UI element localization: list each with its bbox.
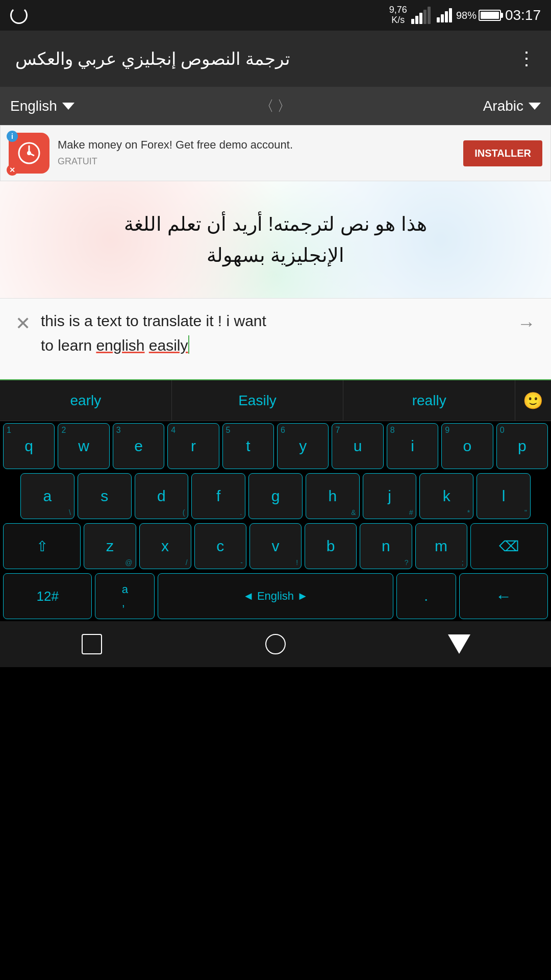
key-n[interactable]: n? <box>360 523 412 569</box>
key-f[interactable]: f. <box>191 473 245 519</box>
keyboard-row-4: 12# a, ◄ English ► . ← <box>0 571 551 621</box>
network-speed: 9,76 K/s <box>389 5 407 26</box>
status-bar-left <box>10 0 28 31</box>
sync-icon <box>10 7 28 24</box>
key-r[interactable]: 4r <box>167 423 219 469</box>
target-language-label: Arabic <box>483 98 523 114</box>
nav-back-button[interactable] <box>444 629 474 659</box>
key-e[interactable]: 3e <box>113 423 164 469</box>
key-c[interactable]: c- <box>194 523 246 569</box>
keyboard: early Easily really 🙂 1q 2w 3e 4r 5t 6y … <box>0 380 551 621</box>
clear-input-button[interactable]: ✕ <box>15 309 31 334</box>
key-b[interactable]: b <box>305 523 357 569</box>
key-o[interactable]: 9o <box>441 423 493 469</box>
suggestion-early[interactable]: early <box>0 380 172 421</box>
numbers-key[interactable]: 12# <box>3 573 92 619</box>
key-z[interactable]: z@ <box>84 523 136 569</box>
key-p[interactable]: 0p <box>496 423 548 469</box>
target-lang-dropdown-icon <box>529 103 541 110</box>
key-u[interactable]: 7u <box>332 423 383 469</box>
key-w[interactable]: 2w <box>58 423 109 469</box>
ad-text: Make money on Forex! Get free demo accou… <box>58 137 455 169</box>
keyboard-row-3: ⇧ z@ x/ c- v! b n? m; ⌫ <box>0 521 551 571</box>
more-menu-icon[interactable]: ⋮ <box>517 48 536 69</box>
source-lang-dropdown-icon <box>62 103 74 110</box>
delete-key[interactable]: ⌫ <box>470 523 548 569</box>
svg-point-1 <box>27 151 31 155</box>
source-language-selector[interactable]: English <box>0 87 249 125</box>
key-t[interactable]: 5t <box>222 423 274 469</box>
comma-key[interactable]: a, <box>95 573 155 619</box>
ad-banner: i ✕ Make money on Forex! Get free demo a… <box>0 125 551 181</box>
status-right: 9,76 K/s 98% 03:17 <box>389 5 541 26</box>
recent-apps-icon <box>82 634 102 654</box>
suggestion-really[interactable]: really <box>343 380 515 421</box>
navigation-bar <box>0 621 551 667</box>
input-text-space <box>144 337 148 354</box>
key-s[interactable]: s <box>78 473 132 519</box>
home-icon <box>265 634 286 654</box>
ad-install-button[interactable]: INSTALLER <box>463 140 542 166</box>
right-chevron-icon: 〉 <box>277 96 291 116</box>
input-text-line2: to learn <box>41 337 96 354</box>
signal-icon <box>411 7 431 24</box>
input-text-word2: easily <box>149 337 188 354</box>
app-title: ترجمة النصوص إنجليزي عربي والعكس <box>15 48 290 69</box>
ad-icon-container: i ✕ <box>9 133 49 174</box>
translated-text: هذا هو نص لترجمته! أريد أن تعلم اللغة ال… <box>124 209 427 271</box>
key-y[interactable]: 6y <box>277 423 329 469</box>
nav-home-button[interactable] <box>260 629 291 659</box>
space-key[interactable]: ◄ English ► <box>158 573 393 619</box>
input-area: ✕ this is a text to translate it ! i wan… <box>0 299 551 380</box>
input-text-line1: this is a text to translate it ! i want <box>41 312 266 329</box>
source-language-label: English <box>10 98 57 114</box>
status-time: 03:17 <box>505 7 541 23</box>
suggestion-easily[interactable]: Easily <box>172 380 344 421</box>
key-v[interactable]: v! <box>249 523 302 569</box>
key-h[interactable]: h& <box>306 473 360 519</box>
input-text-word1: english <box>96 337 144 354</box>
enter-key[interactable]: ← <box>459 573 548 619</box>
ad-close-icon[interactable]: ✕ <box>7 164 18 176</box>
period-key[interactable]: . <box>396 573 456 619</box>
key-a[interactable]: a\ <box>20 473 74 519</box>
app-bar: ترجمة النصوص إنجليزي عربي والعكس ⋮ <box>0 31 551 87</box>
suggestions-bar: early Easily really 🙂 <box>0 380 551 421</box>
emoji-button[interactable]: 🙂 <box>515 383 551 419</box>
keyboard-row-2: a\ s d( f. g h& j# k* l" <box>0 471 551 521</box>
ad-info-icon[interactable]: i <box>7 131 18 142</box>
key-l[interactable]: l" <box>477 473 531 519</box>
cursor <box>188 335 189 354</box>
signal-icon-2 <box>437 8 452 22</box>
key-i[interactable]: 8i <box>387 423 438 469</box>
key-m[interactable]: m; <box>415 523 467 569</box>
shift-key[interactable]: ⇧ <box>3 523 81 569</box>
key-d[interactable]: d( <box>135 473 189 519</box>
key-j[interactable]: j# <box>363 473 417 519</box>
key-q[interactable]: 1q <box>3 423 55 469</box>
key-k[interactable]: k* <box>419 473 473 519</box>
status-bar: 9,76 K/s 98% 03:17 <box>0 0 551 31</box>
target-language-selector[interactable]: Arabic <box>302 87 551 125</box>
key-g[interactable]: g <box>248 473 303 519</box>
translate-button[interactable]: → <box>517 309 536 334</box>
key-x[interactable]: x/ <box>139 523 191 569</box>
language-swap[interactable]: 〈 〉 <box>249 96 302 116</box>
language-bar: English 〈 〉 Arabic <box>0 87 551 125</box>
ad-gratuit: GRATUIT <box>58 156 97 166</box>
translation-display: هذا هو نص لترجمته! أريد أن تعلم اللغة ال… <box>0 181 551 299</box>
input-text-display[interactable]: this is a text to translate it ! i want … <box>41 309 507 358</box>
left-chevron-icon: 〈 <box>260 96 274 116</box>
nav-recent-apps-button[interactable] <box>77 629 107 659</box>
battery-indicator: 98% <box>456 10 501 21</box>
back-icon <box>448 634 470 654</box>
keyboard-row-1: 1q 2w 3e 4r 5t 6y 7u 8i 9o 0p <box>0 421 551 471</box>
